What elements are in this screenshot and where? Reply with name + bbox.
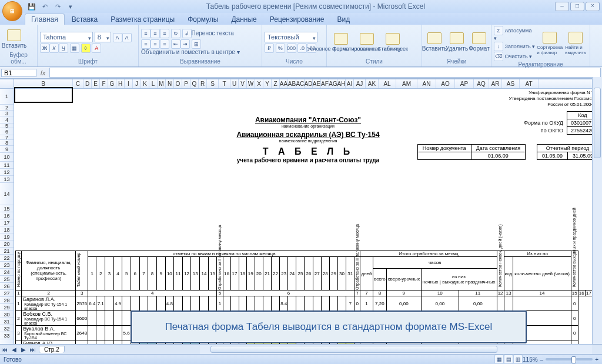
col-header[interactable]: U xyxy=(230,79,239,88)
qat-more-icon[interactable]: ▾ xyxy=(65,1,76,12)
col-header[interactable]: Z xyxy=(272,79,280,88)
italic-button[interactable]: К xyxy=(49,44,59,53)
sort-filter-button[interactable]: Сортировка и фильтр xyxy=(538,31,561,56)
col-header[interactable]: H xyxy=(116,79,125,88)
align-mid-icon[interactable]: ≡ xyxy=(150,29,160,38)
row-header[interactable]: 14 xyxy=(0,183,14,205)
font-name-combo[interactable]: Tahoma xyxy=(40,32,93,42)
cell-styles-button[interactable]: Стили ячеек xyxy=(381,32,404,53)
minimize-button[interactable]: – xyxy=(555,2,569,11)
col-header[interactable]: AE xyxy=(313,79,321,88)
col-header[interactable]: AB xyxy=(288,79,296,88)
col-header[interactable]: AP xyxy=(455,79,474,88)
name-box[interactable]: B1 xyxy=(1,69,36,77)
ribbon-tab[interactable]: Формулы xyxy=(182,14,224,25)
row-header[interactable]: 23 xyxy=(0,262,14,269)
align-top-icon[interactable]: ≡ xyxy=(141,29,150,38)
col-header[interactable]: C xyxy=(73,79,83,88)
vertical-scrollbar[interactable] xyxy=(592,77,602,344)
ribbon-tab[interactable]: Вид xyxy=(331,14,356,25)
col-header[interactable]: G xyxy=(108,79,116,88)
zoom-out-button[interactable]: – xyxy=(540,356,544,363)
comma-icon[interactable]: 000 xyxy=(287,44,296,53)
row-header[interactable]: 22 xyxy=(0,255,14,262)
col-header[interactable]: J xyxy=(133,79,141,88)
col-header[interactable]: AS xyxy=(502,79,520,88)
row-header[interactable]: 19 xyxy=(0,233,14,241)
format-table-button[interactable]: Форматировать как таблицу xyxy=(355,32,379,53)
row-header[interactable]: 32 xyxy=(0,325,14,332)
view-layout-icon[interactable]: ▤ xyxy=(504,355,513,364)
row-header[interactable]: 28 xyxy=(0,297,14,304)
underline-button[interactable]: Ч xyxy=(59,44,68,53)
row-header[interactable]: 1 xyxy=(0,89,14,105)
tab-nav-first[interactable]: ⏮ xyxy=(0,346,9,353)
col-header[interactable]: N xyxy=(166,79,174,88)
ribbon-tab[interactable]: Данные xyxy=(225,14,262,25)
row-header[interactable]: 3 xyxy=(0,111,14,116)
sheet-tab[interactable]: Стр.2 xyxy=(39,346,65,353)
col-header[interactable]: O xyxy=(174,79,182,88)
clear-icon[interactable]: ⌫ xyxy=(494,52,503,61)
row-header[interactable]: 13 xyxy=(0,176,14,183)
merge-icon[interactable]: ⊞ xyxy=(192,39,201,49)
shrink-font-icon[interactable]: A xyxy=(122,33,132,42)
zoom-in-button[interactable]: + xyxy=(595,356,598,363)
col-header[interactable]: AA xyxy=(280,79,288,88)
align-bot-icon[interactable]: ≡ xyxy=(160,29,169,38)
col-header[interactable]: F xyxy=(100,79,108,88)
delete-cells-button[interactable]: Удалить xyxy=(447,31,467,53)
col-header[interactable]: S xyxy=(207,79,219,88)
col-header[interactable]: AN xyxy=(417,79,436,88)
col-header[interactable]: X xyxy=(255,79,263,88)
row-header[interactable]: 21 xyxy=(0,248,14,255)
currency-icon[interactable]: ₽ xyxy=(265,44,274,53)
col-header[interactable]: Y xyxy=(263,79,272,88)
row-header[interactable]: 9 xyxy=(0,146,14,153)
percent-icon[interactable]: % xyxy=(276,44,285,53)
bold-button[interactable]: Ж xyxy=(40,44,49,53)
row-header[interactable]: 18 xyxy=(0,226,14,233)
tab-nav-prev[interactable]: ◀ xyxy=(9,346,19,353)
row-header[interactable]: 33 xyxy=(0,332,14,339)
row-header[interactable]: 26 xyxy=(0,283,14,290)
wrap-icon[interactable]: ↲ xyxy=(182,29,192,38)
qat-undo-icon[interactable]: ↶ xyxy=(39,1,51,12)
col-header[interactable]: T xyxy=(219,79,230,88)
orientation-icon[interactable]: ↻ xyxy=(171,29,180,38)
zoom-level[interactable]: 115% xyxy=(523,356,538,363)
view-normal-icon[interactable]: ▦ xyxy=(494,355,504,364)
align-center-icon[interactable]: ≡ xyxy=(150,39,160,49)
col-header[interactable]: L xyxy=(149,79,158,88)
col-header[interactable]: AL xyxy=(379,79,396,88)
col-header[interactable]: D xyxy=(83,79,92,88)
align-left-icon[interactable]: ≡ xyxy=(141,39,150,49)
col-header[interactable]: AD xyxy=(305,79,313,88)
col-header[interactable]: AR xyxy=(489,79,502,88)
col-header[interactable]: AQ xyxy=(474,79,489,88)
col-header[interactable]: AK xyxy=(366,79,379,88)
autosum-icon[interactable]: Σ xyxy=(494,26,503,35)
find-select-button[interactable]: Найти и выделить xyxy=(564,31,587,56)
col-header[interactable]: AM xyxy=(396,79,417,88)
col-header[interactable]: I xyxy=(125,79,133,88)
row-header[interactable]: 29 xyxy=(0,304,14,311)
col-header[interactable]: W xyxy=(247,79,255,88)
fill-icon[interactable]: ↓ xyxy=(494,42,503,51)
tab-nav-last[interactable]: ⏭ xyxy=(28,346,38,353)
row-header[interactable]: 11 xyxy=(0,162,14,169)
align-right-icon[interactable]: ≡ xyxy=(160,39,169,49)
col-header[interactable]: Q xyxy=(190,79,199,88)
row-header[interactable]: 24 xyxy=(0,269,14,276)
row-header[interactable]: 12 xyxy=(0,169,14,176)
col-header[interactable]: AJ xyxy=(354,79,366,88)
row-header[interactable]: 25 xyxy=(0,276,14,283)
format-cells-button[interactable]: Формат xyxy=(469,31,489,53)
row-header[interactable]: 20 xyxy=(0,241,14,248)
col-header[interactable]: P xyxy=(182,79,190,88)
col-header[interactable]: AG xyxy=(329,79,337,88)
number-format-combo[interactable]: Текстовый xyxy=(265,32,317,42)
row-header[interactable]: 5 xyxy=(0,123,14,128)
row-header[interactable]: 15 xyxy=(0,205,14,212)
zoom-slider[interactable] xyxy=(546,358,593,360)
